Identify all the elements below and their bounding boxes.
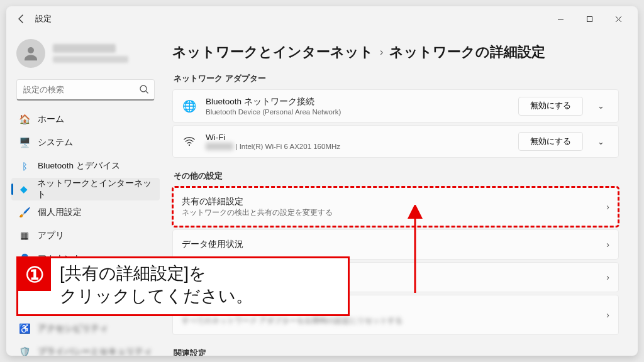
- svg-line-4: [146, 91, 148, 94]
- profile-email-blurred: [53, 56, 128, 63]
- minimize-button[interactable]: [546, 9, 575, 29]
- nav-list: 🏠ホーム 🖥️システム ᛒBluetooth とデバイス ◆ネットワークとインタ…: [11, 108, 160, 356]
- chevron-right-icon: ›: [606, 272, 609, 282]
- profile-block[interactable]: [11, 36, 160, 77]
- section-other-heading: その他の設定: [174, 170, 619, 182]
- globe-bluetooth-icon: 🌐: [182, 99, 197, 114]
- adapter-wifi-disable-button[interactable]: 無効にする: [518, 132, 583, 151]
- apps-icon: ▦: [19, 230, 30, 241]
- nav-bluetooth[interactable]: ᛒBluetooth とデバイス: [11, 155, 160, 177]
- nav-privacy[interactable]: 🛡️プライバシーとセキュリティ: [11, 341, 160, 356]
- nav-personalization[interactable]: 🖌️個人用設定: [11, 201, 160, 224]
- avatar: [16, 39, 45, 68]
- privacy-icon: 🛡️: [19, 346, 30, 356]
- profile-name-blurred: [53, 44, 116, 53]
- breadcrumb: ネットワークとインターネット › ネットワークの詳細設定: [172, 43, 619, 62]
- wifi-icon: [182, 134, 197, 149]
- maximize-button[interactable]: [575, 9, 604, 29]
- section-adapters-heading: ネットワーク アダプター: [174, 73, 619, 84]
- personalization-icon: 🖌️: [19, 207, 30, 218]
- row-r4-sub: すべてのネットワーク アダプターを出荷時の設定にリセットする: [182, 316, 597, 326]
- svg-rect-1: [587, 16, 592, 21]
- section-related-heading: 関連設定: [174, 348, 619, 356]
- adapter-wifi-sub: xxxxxxx | Intel(R) Wi-Fi 6 AX201 160MHz: [206, 143, 509, 150]
- titlebar: 設定: [6, 6, 638, 31]
- row-advanced-sharing[interactable]: 共有の詳細設定 ネットワークの検出と共有の設定を変更する ›: [172, 187, 619, 227]
- row-sharing-title: 共有の詳細設定: [182, 196, 597, 207]
- chevron-right-icon: ›: [606, 310, 609, 320]
- nav-network[interactable]: ◆ネットワークとインターネット: [11, 178, 160, 200]
- nav-home[interactable]: 🏠ホーム: [11, 108, 160, 131]
- chevron-right-icon: ›: [606, 239, 609, 250]
- adapter-bt-disable-button[interactable]: 無効にする: [518, 97, 583, 116]
- annotation-text: [共有の詳細設定]をクリックしてください。: [51, 258, 262, 314]
- window-title: 設定: [35, 14, 52, 25]
- nav-apps[interactable]: ▦アプリ: [11, 224, 160, 247]
- chevron-down-icon[interactable]: ⌄: [592, 101, 609, 111]
- adapter-wifi[interactable]: Wi-Fi xxxxxxx | Intel(R) Wi-Fi 6 AX201 1…: [172, 125, 619, 158]
- window-controls: [546, 9, 633, 29]
- home-icon: 🏠: [19, 114, 30, 125]
- system-icon: 🖥️: [19, 137, 30, 148]
- accessibility-icon: ♿: [19, 323, 30, 334]
- breadcrumb-current: ネットワークの詳細設定: [389, 43, 545, 62]
- nav-system[interactable]: 🖥️システム: [11, 131, 160, 154]
- svg-point-5: [189, 145, 190, 146]
- bluetooth-icon: ᛒ: [19, 160, 30, 172]
- chevron-right-icon: ›: [380, 47, 383, 58]
- back-button[interactable]: [11, 9, 31, 29]
- row-data-title: データ使用状況: [182, 239, 597, 250]
- chevron-right-icon: ›: [606, 202, 609, 212]
- adapter-bt-title: Bluetooth ネットワーク接続: [206, 96, 509, 107]
- svg-point-3: [140, 85, 147, 92]
- network-icon: ◆: [19, 184, 30, 195]
- adapter-wifi-title: Wi-Fi: [206, 133, 509, 142]
- svg-point-2: [28, 47, 34, 53]
- search-box: [16, 79, 155, 101]
- row-sharing-sub: ネットワークの検出と共有の設定を変更する: [182, 208, 597, 217]
- search-icon: [139, 84, 149, 97]
- annotation-callout: ① [共有の詳細設定]をクリックしてください。: [16, 256, 350, 316]
- breadcrumb-parent[interactable]: ネットワークとインターネット: [172, 43, 374, 62]
- settings-window: 設定 🏠ホーム 🖥️システム: [6, 6, 638, 356]
- annotation-badge: ①: [18, 258, 51, 291]
- row-data-usage[interactable]: データ使用状況 ›: [172, 229, 619, 260]
- nav-accessibility[interactable]: ♿アクセシビリティ: [11, 317, 160, 340]
- chevron-down-icon[interactable]: ⌄: [592, 137, 609, 146]
- close-button[interactable]: [604, 9, 633, 29]
- search-input[interactable]: [16, 79, 155, 101]
- adapter-bt-sub: Bluetooth Device (Personal Area Network): [206, 108, 509, 116]
- adapter-bluetooth[interactable]: 🌐 Bluetooth ネットワーク接続 Bluetooth Device (P…: [172, 89, 619, 123]
